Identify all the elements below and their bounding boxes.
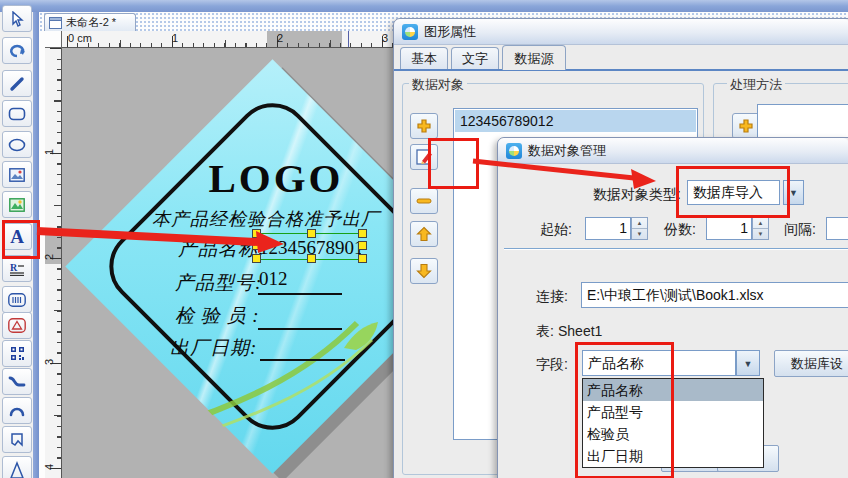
- polygon-icon: [10, 432, 25, 447]
- ruler-label: 1: [172, 32, 178, 44]
- copies-spinner[interactable]: ▲▼: [752, 217, 769, 240]
- triangle-tool-button[interactable]: [2, 456, 32, 478]
- label-field-name[interactable]: 出厂日期:: [170, 335, 257, 361]
- process-method-group-label: 处理方法: [727, 76, 785, 94]
- label-field-name[interactable]: 产品型号:: [175, 270, 262, 296]
- barcode-icon: [8, 293, 26, 307]
- rounded-rect-icon: [8, 107, 26, 121]
- barcode-tool-button[interactable]: [2, 286, 32, 313]
- label-field-name[interactable]: 检 验 员 :: [175, 303, 260, 329]
- table-value: Sheet1: [558, 323, 602, 339]
- cursor-icon: [10, 11, 24, 27]
- curve-icon: [8, 375, 26, 388]
- document-tab[interactable]: 未命名-2 *: [44, 13, 136, 31]
- vertical-ruler: 1 2 3 4: [45, 48, 62, 478]
- remove-data-object-button[interactable]: [410, 188, 438, 214]
- rotate-tool-button[interactable]: [2, 37, 32, 64]
- document-icon: [49, 17, 62, 29]
- field-combo-arrow[interactable]: ▼: [736, 350, 760, 376]
- data-object-list-item[interactable]: 123456789012: [455, 110, 696, 132]
- app-window: 未命名-2 * A R: [0, 0, 848, 478]
- qrcode-tool-button[interactable]: [2, 340, 32, 367]
- tab-basic[interactable]: 基本: [400, 47, 448, 69]
- arrow-down-icon: [416, 263, 432, 279]
- ruler-label: 2: [43, 254, 55, 260]
- polygon-tool-button[interactable]: [2, 426, 32, 453]
- rich-text-tool-button[interactable]: R: [2, 255, 32, 282]
- app-logo-icon: [506, 143, 522, 159]
- separator: [504, 248, 848, 250]
- curve-tool-button[interactable]: [2, 368, 32, 395]
- plus-icon: [738, 118, 754, 134]
- line-icon: [9, 76, 25, 92]
- ruler-corner: [45, 31, 62, 48]
- image-tool-button[interactable]: [2, 161, 32, 188]
- selection-handle[interactable]: [307, 254, 316, 263]
- label-slogan-text[interactable]: 本产品经检验合格准予出厂: [152, 207, 380, 231]
- label-logo-text[interactable]: LOGO: [196, 158, 356, 199]
- ruler-label: 4: [43, 464, 55, 470]
- selection-handle[interactable]: [358, 254, 367, 263]
- dialog-title-bar[interactable]: 图形属性: [394, 19, 848, 45]
- qrcode-icon: [10, 346, 25, 361]
- rounded-rect-tool-button[interactable]: [2, 100, 32, 127]
- label-underline: [258, 293, 342, 295]
- copies-input[interactable]: 1: [706, 217, 752, 240]
- selection-handle[interactable]: [307, 229, 316, 238]
- svg-text:R: R: [10, 262, 18, 273]
- copies-label: 份数:: [658, 221, 696, 239]
- annotation-box-field-list: [575, 342, 674, 478]
- tab-data-source[interactable]: 数据源: [502, 45, 566, 70]
- dialog-title: 图形属性: [424, 23, 476, 41]
- ruler-label: 2: [277, 32, 283, 44]
- gap-label: 间隔:: [778, 221, 816, 239]
- triangle-shape-icon: [8, 318, 26, 333]
- color-image-tool-button[interactable]: [2, 191, 32, 218]
- type-label: 数据对象类型:: [584, 186, 681, 204]
- line-tool-button[interactable]: [2, 70, 32, 97]
- label-field-value[interactable]: 012: [259, 268, 288, 290]
- selection-handle[interactable]: [252, 241, 261, 250]
- add-data-object-button[interactable]: [410, 113, 438, 139]
- select-tool-button[interactable]: [2, 5, 32, 32]
- document-tab-label: 未命名-2 *: [66, 15, 116, 30]
- data-object-group-label: 数据对象: [409, 76, 467, 94]
- ruler-label: 0 cm: [68, 32, 92, 44]
- shape-tool-button[interactable]: [2, 312, 32, 339]
- rich-text-icon: R: [9, 262, 25, 276]
- annotation-box-text-tool: [2, 220, 40, 259]
- dialog-title: 数据对象管理: [528, 142, 606, 160]
- field-label: 字段:: [536, 356, 568, 374]
- table-label: 表:: [536, 323, 554, 341]
- add-process-button[interactable]: [732, 113, 760, 139]
- move-down-button[interactable]: [410, 258, 438, 284]
- selection-handle[interactable]: [358, 241, 367, 250]
- rotate-icon: [8, 43, 26, 59]
- start-label: 起始:: [536, 221, 572, 239]
- label-underline: [260, 359, 345, 361]
- plus-icon: [416, 118, 432, 134]
- ellipse-icon: [8, 138, 26, 152]
- database-settings-button[interactable]: 数据库设: [774, 350, 848, 377]
- gap-input[interactable]: 1: [826, 217, 848, 240]
- ellipse-tool-button[interactable]: [2, 131, 32, 158]
- label-underline: [258, 328, 342, 330]
- color-picture-icon: [9, 198, 25, 212]
- start-input[interactable]: 1: [585, 217, 631, 240]
- minus-icon: [416, 198, 432, 204]
- tab-text[interactable]: 文字: [451, 47, 499, 69]
- selection-handle[interactable]: [252, 254, 261, 263]
- triangle-icon: [9, 460, 25, 478]
- selection-handle[interactable]: [252, 229, 261, 238]
- connection-input[interactable]: E:\中琅工作\测试\Book1.xlsx: [581, 282, 848, 308]
- picture-icon: [9, 168, 25, 182]
- arrow-up-icon: [416, 226, 432, 242]
- dialog-title-bar[interactable]: 数据对象管理: [498, 138, 848, 164]
- move-up-button[interactable]: [410, 221, 438, 247]
- arc-tool-button[interactable]: [2, 397, 32, 424]
- selection-handle[interactable]: [358, 229, 367, 238]
- start-spinner[interactable]: ▲▼: [631, 217, 648, 240]
- annotation-box-edit-button: [428, 138, 479, 189]
- ruler-label: 3: [43, 359, 55, 365]
- annotation-box-type-combo: [676, 166, 790, 218]
